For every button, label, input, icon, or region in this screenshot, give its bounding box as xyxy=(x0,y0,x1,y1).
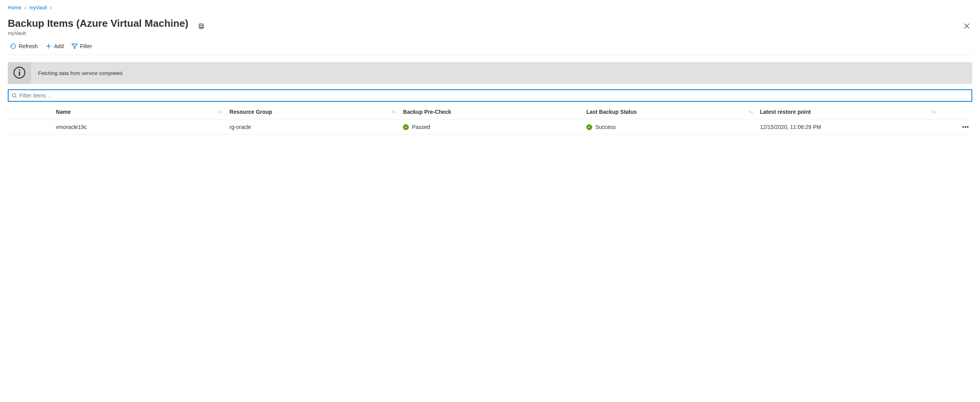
col-restore-point[interactable]: Latest restore point ↑↓ xyxy=(757,104,940,120)
table-row[interactable]: vmoracle19c rg-oracle ✓ Passed ✓ Success… xyxy=(8,120,972,134)
cell-restore-point: 12/15/2020, 11:06:29 PM xyxy=(757,120,940,134)
col-lead xyxy=(8,104,53,120)
add-button[interactable]: Add xyxy=(45,42,65,51)
svg-rect-2 xyxy=(200,27,203,29)
chevron-right-icon: › xyxy=(50,5,52,10)
row-more-button[interactable]: ••• xyxy=(940,120,972,134)
col-restorepoint-label: Latest restore point xyxy=(760,109,811,115)
breadcrumb: Home › myVault › xyxy=(8,5,972,10)
refresh-button[interactable]: Refresh xyxy=(9,42,38,51)
print-button[interactable] xyxy=(196,21,206,33)
col-last-status[interactable]: Last Backup Status ↑↓ xyxy=(583,104,757,120)
filter-label: Filter xyxy=(80,43,92,49)
page-title: Backup Items (Azure Virtual Machine) xyxy=(8,17,188,30)
sort-icon: ↑↓ xyxy=(748,109,753,115)
svg-point-11 xyxy=(12,94,16,97)
add-label: Add xyxy=(54,43,64,49)
col-actions xyxy=(940,104,972,120)
ellipsis-icon: ••• xyxy=(962,124,969,130)
col-name[interactable]: Name ↑↓ xyxy=(53,104,227,120)
col-resource-group[interactable]: Resource Group ↑↓ xyxy=(227,104,400,120)
info-icon-box xyxy=(8,62,31,84)
refresh-label: Refresh xyxy=(19,43,38,49)
close-icon xyxy=(964,24,970,30)
print-icon xyxy=(198,25,205,31)
sort-icon: ↑↓ xyxy=(931,109,936,115)
col-laststatus-label: Last Backup Status xyxy=(586,109,637,115)
close-button[interactable] xyxy=(961,21,972,33)
breadcrumb-vault-link[interactable]: myVault xyxy=(29,5,47,10)
plus-icon xyxy=(45,43,52,49)
refresh-icon xyxy=(10,43,16,49)
search-icon xyxy=(12,93,17,98)
cell-precheck-text: Passed xyxy=(412,124,430,130)
col-precheck[interactable]: Backup Pre-Check xyxy=(400,104,583,120)
col-name-label: Name xyxy=(56,109,71,115)
info-icon xyxy=(13,66,26,80)
breadcrumb-home-link[interactable]: Home xyxy=(8,5,21,10)
cell-name: vmoracle19c xyxy=(53,120,227,134)
success-check-icon: ✓ xyxy=(586,124,592,130)
svg-rect-10 xyxy=(19,71,20,76)
filter-button[interactable]: Filter xyxy=(71,42,93,51)
chevron-right-icon: › xyxy=(24,5,26,10)
funnel-icon xyxy=(71,43,78,49)
cell-resource-group: rg-oracle xyxy=(227,120,400,134)
svg-marker-7 xyxy=(72,44,77,49)
svg-point-9 xyxy=(19,69,20,71)
cell-laststatus-text: Success xyxy=(595,124,616,130)
backup-items-table: Name ↑↓ Resource Group ↑↓ Backup Pre-Che… xyxy=(8,104,972,134)
toolbar: Refresh Add Filter xyxy=(8,36,972,55)
cell-last-status: ✓ Success xyxy=(583,120,757,134)
page-subtitle: myVault xyxy=(8,30,188,36)
col-precheck-label: Backup Pre-Check xyxy=(403,109,451,115)
col-rg-label: Resource Group xyxy=(230,109,272,115)
success-check-icon: ✓ xyxy=(403,124,409,130)
sort-icon: ↑↓ xyxy=(218,109,223,115)
sort-icon: ↑↓ xyxy=(391,109,396,115)
notification-bar: Fetching data from service completed. xyxy=(8,62,972,84)
notification-text: Fetching data from service completed. xyxy=(31,70,124,76)
filter-input[interactable] xyxy=(19,92,968,99)
filter-input-container[interactable] xyxy=(8,89,972,102)
svg-line-12 xyxy=(16,97,17,98)
cell-precheck: ✓ Passed xyxy=(400,120,583,134)
